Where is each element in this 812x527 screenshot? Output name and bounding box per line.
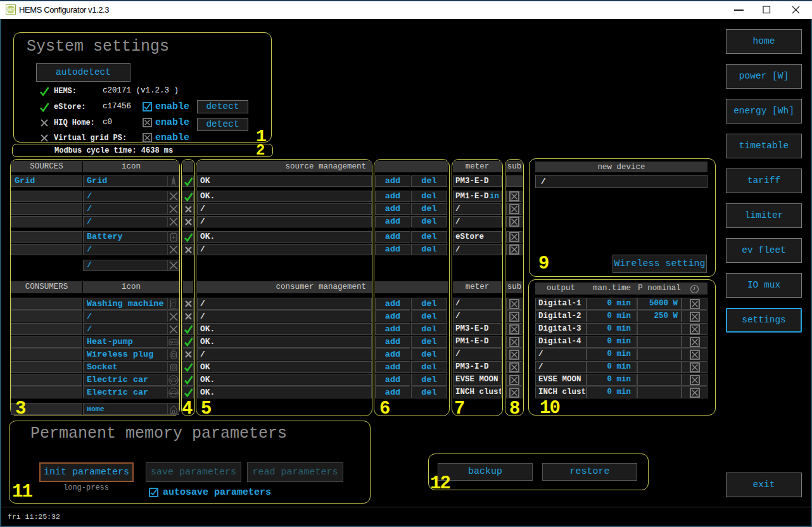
svg-text:MG: MG [7,7,15,13]
